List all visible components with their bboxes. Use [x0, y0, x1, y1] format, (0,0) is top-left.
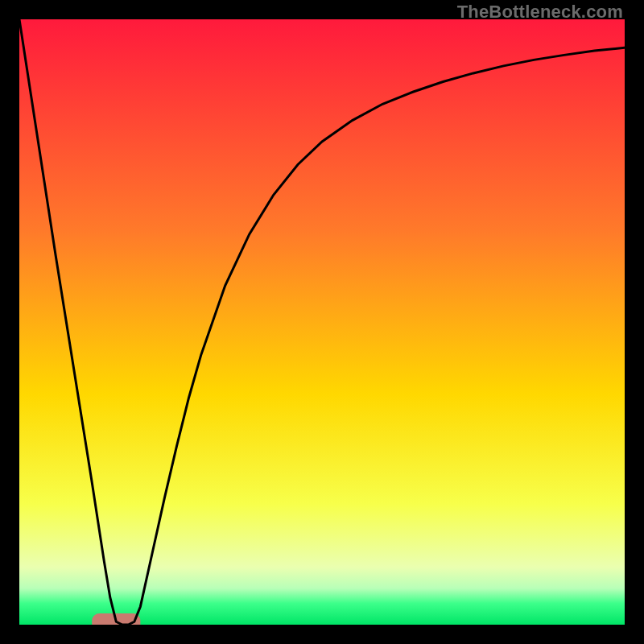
plot-area [19, 19, 625, 625]
bottleneck-chart [19, 19, 625, 625]
gradient-background [19, 19, 625, 625]
chart-frame: TheBottleneck.com [0, 0, 644, 644]
